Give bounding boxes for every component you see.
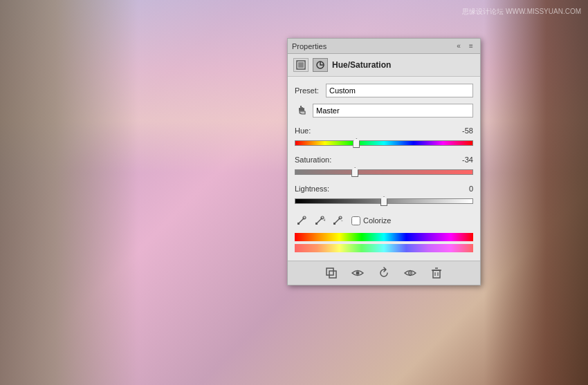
preset-label: Preset:	[295, 86, 326, 95]
svg-rect-19	[327, 268, 333, 275]
panel-title: Properties	[292, 42, 327, 50]
eyedropper-subtract-icon: -	[332, 215, 343, 226]
eyedropper-group: + -	[295, 214, 344, 227]
svg-point-23	[410, 272, 411, 274]
channel-row: Master Reds Yellows Greens Cyans Blues M…	[295, 103, 473, 118]
svg-rect-24	[433, 270, 440, 278]
reset-icon	[378, 267, 390, 279]
svg-rect-12	[315, 223, 318, 225]
spectrum-top-bar	[295, 233, 473, 241]
transform-button[interactable]	[324, 265, 339, 281]
properties-panel: Properties « ≡ Hue/Saturation Preset:	[287, 38, 481, 285]
transform-icon	[325, 267, 338, 279]
saturation-slider-group: Saturation: -34	[295, 156, 473, 179]
eyedropper-button[interactable]	[295, 214, 309, 227]
watermark: 思缘设计论坛 WWW.MISSYUAN.COM	[462, 7, 581, 17]
colorize-checkbox[interactable]	[351, 216, 360, 225]
svg-rect-3	[299, 111, 305, 114]
lightness-label: Lightness:	[295, 185, 329, 193]
hand-icon	[296, 104, 309, 117]
channel-select[interactable]: Master Reds Yellows Greens Cyans Blues M…	[313, 104, 473, 118]
layer-icon-button[interactable]	[293, 58, 309, 72]
hue-slider-group: Hue: -58	[295, 126, 473, 150]
tree-right-bg	[484, 0, 588, 385]
tower-bg	[0, 0, 138, 385]
hue-value: -58	[454, 126, 473, 135]
adjustment-icon	[315, 60, 325, 70]
svg-rect-20	[329, 271, 336, 278]
hue-label-row: Hue: -58	[295, 126, 473, 135]
reset-button[interactable]	[376, 265, 392, 281]
saturation-label-row: Saturation: -34	[295, 156, 473, 164]
colorize-row: + - Colorize	[295, 214, 473, 227]
panel-footer	[288, 261, 480, 285]
panel-section-title: Hue/Saturation	[332, 60, 391, 70]
eye-icon	[351, 267, 364, 279]
lightness-slider-group: Lightness: 0	[295, 185, 473, 208]
lightness-value: 0	[454, 185, 473, 193]
saturation-slider-container	[295, 165, 473, 179]
lightness-label-row: Lightness: 0	[295, 185, 473, 193]
svg-text:-: -	[341, 217, 343, 223]
hand-tool-button[interactable]	[295, 103, 310, 118]
eyedropper-add-icon: +	[314, 215, 325, 226]
saturation-value: -34	[454, 156, 473, 164]
hue-slider[interactable]	[295, 140, 473, 146]
delete-button[interactable]	[429, 265, 444, 281]
preset-select[interactable]: Custom Default Cyanotype Sepia	[326, 84, 473, 97]
svg-point-21	[356, 272, 360, 275]
channel-select-wrapper: Master Reds Yellows Greens Cyans Blues M…	[313, 104, 473, 118]
spectrum-container	[295, 233, 473, 252]
eyedropper-icon	[296, 215, 307, 226]
colorize-label: Colorize	[363, 216, 391, 225]
spectrum-bottom-bar	[295, 244, 473, 252]
svg-rect-1	[298, 62, 304, 68]
trash-icon	[430, 267, 443, 279]
lightness-slider-container	[295, 194, 473, 208]
eye-button[interactable]	[350, 265, 365, 281]
visibility-icon	[404, 267, 416, 279]
hue-label: Hue:	[295, 126, 311, 135]
adjustment-icon-button[interactable]	[313, 58, 328, 72]
lightness-slider[interactable]	[295, 198, 473, 204]
hue-slider-container	[295, 136, 473, 150]
saturation-slider[interactable]	[295, 169, 473, 175]
menu-button[interactable]: ≡	[466, 41, 476, 51]
panel-titlebar: Properties « ≡	[288, 39, 480, 54]
eyedropper-add-button[interactable]: +	[313, 214, 327, 227]
eyedropper-subtract-button[interactable]: -	[331, 214, 344, 227]
preset-row: Preset: Custom Default Cyanotype Sepia	[295, 84, 473, 97]
visibility-button[interactable]	[403, 265, 418, 281]
panel-body: Preset: Custom Default Cyanotype Sepia	[288, 77, 480, 261]
svg-rect-16	[333, 223, 336, 225]
svg-rect-9	[297, 223, 300, 225]
collapse-button[interactable]: «	[454, 41, 463, 51]
titlebar-controls: « ≡	[454, 41, 476, 51]
panel-header: Hue/Saturation	[288, 54, 480, 77]
colorize-checkbox-label[interactable]: Colorize	[351, 216, 391, 225]
titlebar-left: Properties	[292, 42, 327, 50]
svg-text:+: +	[323, 217, 325, 223]
preset-select-wrapper: Custom Default Cyanotype Sepia	[326, 84, 473, 97]
saturation-label: Saturation:	[295, 156, 331, 164]
layer-icon	[296, 60, 306, 70]
